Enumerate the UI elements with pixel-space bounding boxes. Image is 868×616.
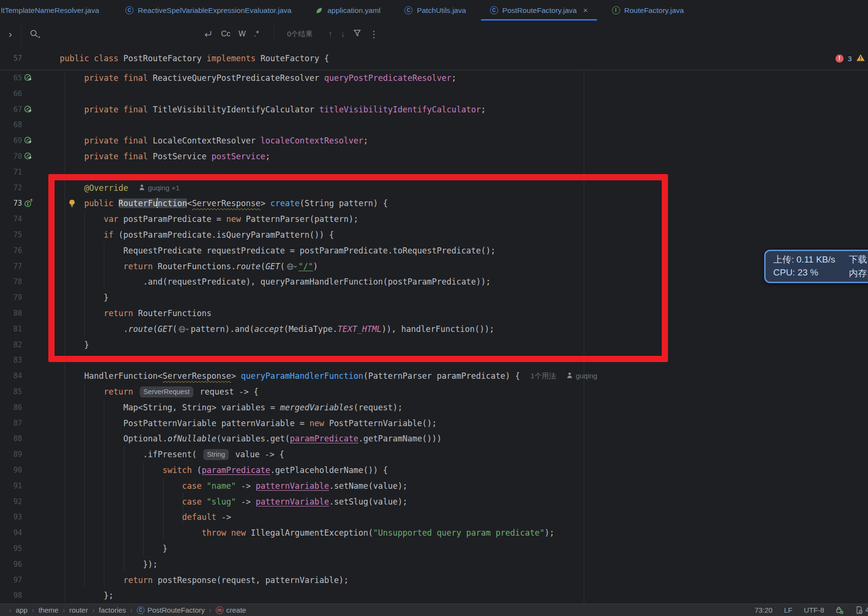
- code-line-91[interactable]: 91 case "name" -> patternVariable.setNam…: [0, 478, 868, 494]
- filter-icon[interactable]: [353, 29, 361, 39]
- line-number[interactable]: 67: [0, 102, 22, 118]
- code-text[interactable]: private final ReactiveQueryPostPredicate…: [45, 70, 456, 86]
- line-number[interactable]: 70: [0, 149, 22, 165]
- code-line-98[interactable]: 98 };: [0, 588, 868, 604]
- line-number[interactable]: 79: [0, 290, 22, 306]
- breadcrumb-item-router[interactable]: router: [69, 606, 88, 614]
- url-inlay-globe-icon[interactable]: [178, 326, 189, 333]
- line-number[interactable]: 91: [0, 478, 22, 494]
- code-text[interactable]: .and(requestPredicate), queryParamHandle…: [45, 274, 490, 290]
- code-line-97[interactable]: 97 return postResponse(request, patternV…: [0, 572, 868, 588]
- code-line-80[interactable]: 80 return RouterFunctions: [0, 306, 868, 321]
- close-tab-icon[interactable]: ✕: [583, 7, 588, 14]
- line-number[interactable]: 77: [0, 259, 22, 275]
- code-text[interactable]: Optional.ofNullable(variables.get(paramP…: [45, 431, 442, 447]
- code-text[interactable]: @Overrideguqing +1: [45, 180, 179, 196]
- line-number[interactable]: 85: [0, 384, 22, 400]
- regex-toggle[interactable]: .*: [254, 30, 259, 38]
- gutter-icon[interactable]: [24, 73, 33, 84]
- code-text[interactable]: PostPatternVariable patternVariable = ne…: [45, 416, 437, 431]
- code-text[interactable]: switch (paramPredicate.getPlaceholderNam…: [45, 462, 388, 478]
- line-number[interactable]: 72: [0, 180, 22, 196]
- code-line-72[interactable]: 72 @Overrideguqing +1: [0, 180, 868, 196]
- line-number[interactable]: 75: [0, 227, 22, 243]
- code-line-68[interactable]: 68: [0, 117, 868, 133]
- code-text[interactable]: private final LocaleContextResolver loca…: [45, 133, 368, 149]
- code-line-81[interactable]: 81 .route(GET(pattern).and(accept(MediaT…: [0, 321, 868, 337]
- usage-hint[interactable]: 1个用法: [531, 368, 556, 384]
- code-text[interactable]: }: [45, 337, 89, 353]
- tab-ltTemplateNameResolver.java[interactable]: ltTemplateNameResolver.java: [0, 0, 113, 21]
- code-text[interactable]: private final PostService postService;: [45, 149, 270, 165]
- line-number[interactable]: 71: [0, 165, 22, 180]
- code-line-95[interactable]: 95 }: [0, 541, 868, 557]
- code-editor[interactable]: 65 private final ReactiveQueryPostPredic…: [0, 70, 868, 604]
- expand-search-icon[interactable]: ›: [9, 28, 12, 40]
- code-line-92[interactable]: 92 case "slug" -> patternVariable.setSlu…: [0, 494, 868, 510]
- tab-PatchUtils.java[interactable]: CPatchUtils.java: [392, 0, 478, 21]
- line-number[interactable]: 95: [0, 541, 22, 557]
- code-text[interactable]: private final TitleVisibilityIdentifyCal…: [45, 102, 486, 118]
- line-number[interactable]: 83: [0, 352, 22, 368]
- gutter-icon[interactable]: [24, 198, 33, 209]
- line-number[interactable]: 84: [0, 368, 22, 384]
- line-number[interactable]: 96: [0, 557, 22, 572]
- previous-occurrence-icon[interactable]: ↑: [328, 29, 333, 39]
- line-number[interactable]: 68: [0, 117, 22, 133]
- code-text[interactable]: HandlerFunction<ServerResponse> queryPar…: [45, 368, 597, 384]
- line-number[interactable]: 86: [0, 400, 22, 416]
- line-number[interactable]: 92: [0, 494, 22, 510]
- status-line-ending[interactable]: LF: [784, 606, 792, 614]
- code-text[interactable]: public RouterFunction<ServerResponse> cr…: [45, 196, 388, 211]
- sticky-header-line[interactable]: 57 public class PostRouteFactory impleme…: [0, 47, 868, 70]
- code-text[interactable]: Map<String, String> variables = mergedVa…: [45, 400, 402, 416]
- gutter-icon[interactable]: [24, 136, 33, 146]
- code-text[interactable]: throw new IllegalArgumentException("Unsu…: [45, 525, 555, 541]
- line-number[interactable]: 80: [0, 306, 22, 321]
- code-text[interactable]: default ->: [45, 509, 231, 525]
- line-number[interactable]: 98: [0, 588, 22, 604]
- status-indent-config[interactable]: 4 个空格: [855, 605, 868, 615]
- line-number[interactable]: 66: [0, 86, 22, 102]
- breadcrumb-item-factories[interactable]: factories: [99, 606, 126, 614]
- line-number[interactable]: 81: [0, 321, 22, 337]
- code-text[interactable]: .ifPresent( String value -> {: [45, 447, 284, 462]
- code-line-67[interactable]: 67 private final TitleVisibilityIdentify…: [0, 102, 868, 118]
- code-text[interactable]: .route(GET(pattern).and(accept(MediaType…: [45, 321, 494, 337]
- line-number[interactable]: 97: [0, 572, 22, 588]
- line-number[interactable]: 65: [0, 70, 22, 86]
- code-line-79[interactable]: 79 }: [0, 290, 868, 306]
- code-line-85[interactable]: 85 return ServerRequest request -> {: [0, 384, 868, 400]
- status-encoding[interactable]: UTF-8: [804, 606, 824, 614]
- match-case-toggle[interactable]: Cc: [221, 30, 231, 38]
- search-icon[interactable]: [30, 29, 41, 39]
- code-line-89[interactable]: 89 .ifPresent( String value -> {: [0, 447, 868, 462]
- code-line-66[interactable]: 66: [0, 86, 868, 102]
- author-hint[interactable]: guqing: [567, 368, 597, 384]
- code-text[interactable]: RequestPredicate requestPredicate = post…: [45, 243, 496, 259]
- code-text[interactable]: var postParamPredicate = new PatternPars…: [45, 211, 358, 227]
- code-text[interactable]: return postResponse(request, patternVari…: [45, 572, 349, 588]
- line-number[interactable]: 90: [0, 462, 22, 478]
- author-hint[interactable]: guqing +1: [139, 180, 179, 196]
- status-file-lock[interactable]: [835, 606, 844, 614]
- code-line-73[interactable]: 73 public RouterFunction<ServerResponse>…: [0, 196, 868, 211]
- tab-RouteFactory.java[interactable]: IRouteFactory.java: [600, 0, 696, 21]
- line-number[interactable]: 93: [0, 509, 22, 525]
- breadcrumb-item-PostRouteFactory[interactable]: CPostRouteFactory: [137, 606, 205, 614]
- breadcrumb-item-theme[interactable]: theme: [38, 606, 58, 614]
- line-number[interactable]: 87: [0, 416, 22, 431]
- code-text[interactable]: case "slug" -> patternVariable.setSlug(v…: [45, 494, 407, 510]
- code-text[interactable]: }: [45, 290, 109, 306]
- breadcrumb-item-create[interactable]: mcreate: [216, 606, 246, 614]
- code-line-96[interactable]: 96 });: [0, 557, 868, 572]
- line-number[interactable]: 74: [0, 211, 22, 227]
- line-number[interactable]: 69: [0, 133, 22, 149]
- code-line-94[interactable]: 94 throw new IllegalArgumentException("U…: [0, 525, 868, 541]
- code-line-65[interactable]: 65 private final ReactiveQueryPostPredic…: [0, 70, 868, 86]
- tab-application.yaml[interactable]: application.yaml: [303, 0, 392, 21]
- code-line-77[interactable]: 77 return RouterFunctions.route(GET("/"): [0, 259, 868, 275]
- code-text[interactable]: return ServerRequest request -> {: [45, 384, 258, 400]
- line-number[interactable]: 82: [0, 337, 22, 353]
- next-occurrence-icon[interactable]: ↓: [341, 29, 345, 39]
